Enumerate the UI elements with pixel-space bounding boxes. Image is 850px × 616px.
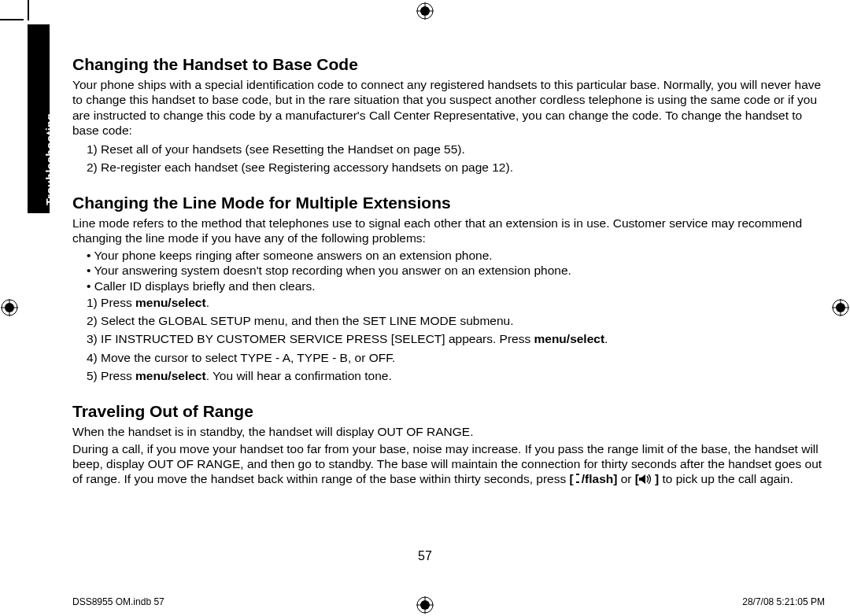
list-item: 1) Reset all of your handsets (see Reset… <box>87 140 828 158</box>
text: 3) IF INSTRUCTED BY CUSTOMER SERVICE PRE… <box>87 332 534 345</box>
heading-changing-handset-code: Changing the Handset to Base Code <box>72 55 828 74</box>
text: . You will hear a confirmation tone. <box>206 369 392 382</box>
section-tab-label: Troubleshooting <box>44 113 57 205</box>
text: /flash] <box>582 472 618 485</box>
list-item: 2) Select the GLOBAL SETUP menu, and the… <box>87 312 828 330</box>
text: . <box>206 296 209 309</box>
section-tab: Troubleshooting <box>28 24 50 213</box>
list-item: 2) Re-register each handset (see Registe… <box>87 158 828 176</box>
crop-mark-icon <box>0 19 24 20</box>
text: or <box>617 472 634 485</box>
registration-mark-icon <box>832 299 849 316</box>
list-item: • Caller ID displays briefly and then cl… <box>87 278 828 293</box>
list-item: • Your answering system doesn't stop rec… <box>87 263 828 278</box>
ordered-list: 1) Reset all of your handsets (see Reset… <box>72 140 828 177</box>
speaker-icon <box>639 472 655 487</box>
list-item: 5) Press menu/select. You will hear a co… <box>87 367 828 385</box>
bullet-list: • Your phone keeps ringing after someone… <box>72 248 828 293</box>
ordered-list: 1) Press menu/select. 2) Select the GLOB… <box>72 293 828 385</box>
footer-timestamp: 28/7/08 5:21:05 PM <box>742 596 825 607</box>
paragraph: Line mode refers to the method that tele… <box>72 216 828 246</box>
list-item: 4) Move the cursor to select TYPE - A, T… <box>87 349 828 367</box>
list-item: 1) Press menu/select. <box>87 293 828 312</box>
button-label-text: menu/select <box>135 296 206 309</box>
svg-rect-16 <box>639 478 641 481</box>
registration-mark-icon <box>1 299 18 316</box>
paragraph: During a call, if you move your handset … <box>72 441 828 488</box>
heading-changing-line-mode: Changing the Line Mode for Multiple Exte… <box>72 194 828 212</box>
svg-marker-17 <box>641 474 645 484</box>
footer-filename: DSS8955 OM.indb 57 <box>72 596 164 607</box>
registration-mark-icon <box>416 2 434 20</box>
text: 5) Press <box>87 369 135 382</box>
list-item: • Your phone keeps ringing after someone… <box>87 248 828 263</box>
crop-mark-icon <box>28 0 29 20</box>
text: to pick up the call again. <box>659 472 793 485</box>
heading-traveling-out-of-range: Traveling Out of Range <box>72 402 828 421</box>
registration-mark-icon <box>416 596 434 614</box>
paragraph: When the handset is in standby, the hand… <box>72 424 828 439</box>
talk-icon <box>574 472 582 487</box>
text: . <box>604 332 608 345</box>
page-content: Changing the Handset to Base Code Your p… <box>72 55 828 489</box>
button-label-text: menu/select <box>135 369 206 382</box>
list-item: 3) IF INSTRUCTED BY CUSTOMER SERVICE PRE… <box>87 330 828 348</box>
button-label-text: menu/select <box>534 332 604 345</box>
text: 1) Press <box>87 296 135 309</box>
paragraph: Your phone ships with a special identifi… <box>72 77 828 138</box>
manual-page: Troubleshooting Changing the Handset to … <box>0 0 850 616</box>
page-number: 57 <box>0 549 850 563</box>
